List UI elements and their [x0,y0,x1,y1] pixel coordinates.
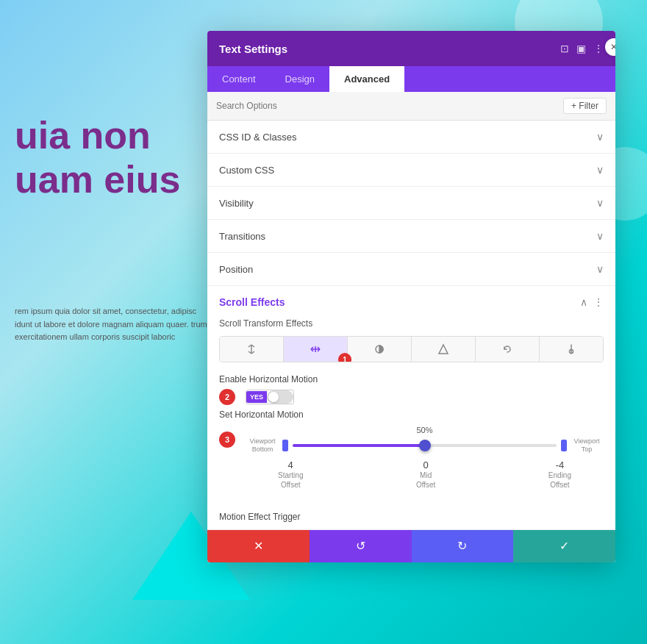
chevron-down-icon: ∨ [596,197,604,209]
text-settings-panel: ✕ Text Settings ⊡ ▣ ⋮ Content Design Adv… [207,31,615,562]
step2-badge: 2 [219,389,235,405]
redo-button[interactable]: ↻ [412,530,514,562]
slider-thumb[interactable] [419,440,431,451]
accordion-header-transitions[interactable]: Transitions ∨ [207,220,615,252]
more-icon[interactable]: ⋮ [593,296,604,308]
accordion-header-position[interactable]: Position ∨ [207,253,615,285]
chevron-down-icon: ∨ [596,263,604,275]
accordion-css-id: CSS ID & Classes ∨ [207,121,615,154]
mid-offset-value: 0 [416,459,436,471]
slider-bar[interactable] [293,438,557,453]
tab-bar: Content Design Advanced [207,66,615,92]
transform-tab-move[interactable] [220,337,284,362]
mid-offset: 0 MidOffset [416,459,436,490]
slider-row: ViewportBottom ViewportTop [246,437,604,454]
transform-tab-slide[interactable]: 1 [284,337,348,362]
background-body-text: rem ipsum quia dolor sit amet, consectet… [15,305,210,344]
panel-header: Text Settings ⊡ ▣ ⋮ [207,31,615,66]
cancel-button[interactable]: ✕ [207,530,310,562]
slider-right-endpoint [561,440,567,451]
bottom-bar: ✕ ↺ ↻ ✓ [207,530,615,562]
step3-badge: 3 [219,432,235,448]
scroll-effects-controls: ∧ ⋮ [580,296,604,308]
mid-offset-label: MidOffset [416,471,436,490]
scroll-content: Scroll Transform Effects [207,318,615,501]
accordion-label-custom-css: Custom CSS [219,165,274,176]
accordion-header-visibility[interactable]: Visibility ∨ [207,187,615,219]
responsive-icon[interactable]: ⊡ [560,43,569,54]
motion-trigger: Motion Effect Trigger [207,501,615,529]
reset-button[interactable]: ↺ [310,530,412,562]
starting-offset-value: 4 [278,459,303,471]
collapse-icon[interactable]: ∧ [580,296,587,308]
chevron-down-icon: ∨ [596,164,604,176]
accordion-position: Position ∨ [207,253,615,286]
tab-advanced[interactable]: Advanced [329,66,404,92]
slider-percent: 50% [246,426,604,434]
enable-horizontal-motion-label: Enable Horizontal Motion [219,374,604,384]
transform-tab-opacity[interactable] [348,337,412,362]
ending-offset-value: -4 [548,459,571,471]
accordion-label-visibility: Visibility [219,198,254,209]
accordion-visibility: Visibility ∨ [207,187,615,220]
ending-offset-label: EndingOffset [548,471,571,490]
accordion-header-css-id[interactable]: CSS ID & Classes ∨ [207,121,615,153]
accordion-label-transitions: Transitions [219,231,265,242]
tab-design[interactable]: Design [271,66,329,92]
panel-title: Text Settings [219,43,287,55]
more-options-icon[interactable]: ⋮ [593,43,604,54]
scroll-effects-header: Scroll Effects ∧ ⋮ [207,286,615,318]
starting-offset: 4 StartingOffset [278,459,303,490]
chevron-down-icon: ∨ [596,131,604,143]
transform-tab-blur[interactable] [412,337,476,362]
search-input[interactable] [216,101,563,111]
panel-header-icons: ⊡ ▣ ⋮ [560,43,604,54]
accordion-label-position: Position [219,264,253,275]
set-horizontal-motion-label: Set Horizontal Motion [219,409,604,420]
tab-content[interactable]: Content [207,66,271,92]
accordion-label-css-id: CSS ID & Classes [219,132,296,143]
scroll-effects-section: Scroll Effects ∧ ⋮ Scroll Transform Effe… [207,286,615,530]
ending-offset: -4 EndingOffset [548,459,571,490]
search-bar: + Filter [207,92,615,121]
transform-tab-scale[interactable] [540,337,603,362]
accordion-transitions: Transitions ∨ [207,220,615,253]
accordion-custom-css: Custom CSS ∨ [207,154,615,187]
accordion-header-custom-css[interactable]: Custom CSS ∨ [207,154,615,186]
slider-section: Set Horizontal Motion 3 50% ViewportBott… [219,409,604,490]
transform-tabs: 1 [219,336,604,362]
background-headline: uia non uam eius [15,114,180,202]
slider-track [293,444,557,447]
motion-trigger-label: Motion Effect Trigger [219,512,301,522]
chevron-down-icon: ∨ [596,230,604,242]
enable-horizontal-toggle[interactable] [267,390,293,404]
scroll-transform-label: Scroll Transform Effects [219,318,604,329]
toggle-wrapper: 2 YES [219,389,604,405]
slider-fill [293,444,425,447]
layout-icon[interactable]: ▣ [576,43,586,54]
confirm-button[interactable]: ✓ [513,530,615,562]
toggle-yes-label: YES [246,391,267,403]
step1-badge: 1 [338,353,351,362]
viewport-bottom-label: ViewportBottom [247,437,278,454]
filter-button[interactable]: + Filter [563,98,607,114]
slider-left-endpoint [282,440,288,451]
offset-row: 4 StartingOffset 0 MidOffset -4 EndingOf… [246,459,604,490]
starting-offset-label: StartingOffset [278,471,303,490]
viewport-top-label: ViewportTop [571,437,602,454]
transform-tab-rotate[interactable] [476,337,540,362]
scroll-effects-title: Scroll Effects [219,296,285,308]
